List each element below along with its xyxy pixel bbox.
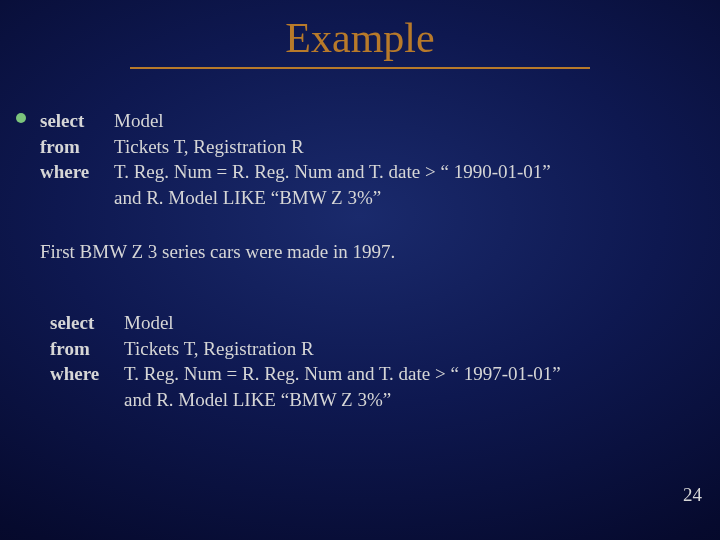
sql-continuation: and R. Model LIKE “BMW Z 3%”	[124, 387, 680, 413]
sql-keyword-from: from	[40, 134, 114, 160]
sql-row: from Tickets T, Registration R	[40, 134, 680, 160]
sql-value: Model	[114, 108, 680, 134]
sql-row: select Model	[40, 108, 680, 134]
sql-row: select Model	[50, 310, 680, 336]
sql-keyword-select: select	[40, 108, 114, 134]
sql-block-2: select Model from Tickets T, Registratio…	[50, 310, 680, 413]
bullet-icon	[16, 113, 26, 123]
sql-keyword-select: select	[50, 310, 124, 336]
commentary-text: First BMW Z 3 series cars were made in 1…	[40, 239, 680, 265]
sql-value: Tickets T, Registration R	[124, 336, 680, 362]
sql-keyword-where: where	[50, 361, 124, 387]
sql-keyword-where: where	[40, 159, 114, 185]
sql-row: from Tickets T, Registration R	[50, 336, 680, 362]
slide-title: Example	[0, 14, 720, 62]
sql-row: where T. Reg. Num = R. Reg. Num and T. d…	[40, 159, 680, 185]
title-underline	[130, 67, 590, 69]
sql-continuation: and R. Model LIKE “BMW Z 3%”	[114, 185, 680, 211]
sql-value: T. Reg. Num = R. Reg. Num and T. date > …	[124, 361, 680, 387]
sql-block-1: select Model from Tickets T, Registratio…	[40, 108, 680, 211]
slide: Example select Model from Tickets T, Reg…	[0, 0, 720, 540]
sql-row: where T. Reg. Num = R. Reg. Num and T. d…	[50, 361, 680, 387]
page-number: 24	[683, 484, 702, 506]
sql-value: Model	[124, 310, 680, 336]
sql-keyword-from: from	[50, 336, 124, 362]
sql-value: T. Reg. Num = R. Reg. Num and T. date > …	[114, 159, 680, 185]
slide-body: select Model from Tickets T, Registratio…	[40, 108, 680, 419]
sql-value: Tickets T, Registration R	[114, 134, 680, 160]
